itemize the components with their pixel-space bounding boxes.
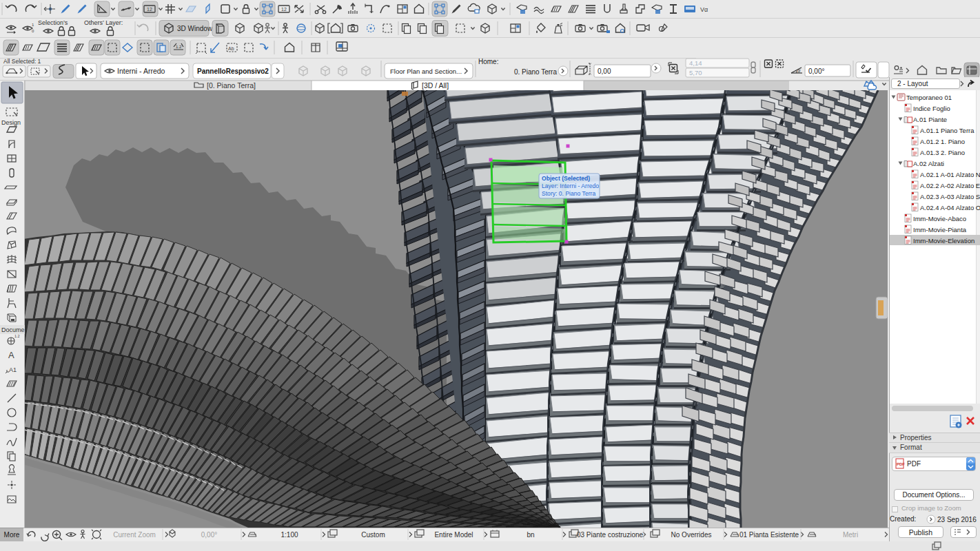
svg-text:Metri: Metri	[843, 531, 858, 539]
svg-text:Home:: Home:	[478, 58, 498, 65]
svg-text:1.2: 1.2	[14, 334, 20, 338]
svg-text:Selection’s: Selection’s	[38, 19, 68, 26]
svg-text:4,14: 4,14	[689, 59, 702, 67]
svg-text:0,00: 0,00	[598, 67, 611, 75]
svg-text:Object (Selected): Object (Selected)	[542, 175, 590, 182]
svg-text:Story: 0. Piano Terra: Story: 0. Piano Terra	[542, 190, 595, 197]
svg-text:Others’ Layer:: Others’ Layer:	[84, 19, 123, 26]
svg-text:12: 12	[147, 7, 152, 12]
svg-text:Vα: Vα	[700, 6, 708, 13]
svg-text:Layer: Interni - Arredo: Layer: Interni - Arredo	[542, 183, 599, 189]
svg-text:Imm-Movie-Abaco: Imm-Movie-Abaco	[913, 215, 966, 222]
svg-text:A.01.2 1. Piano: A.01.2 1. Piano	[920, 138, 965, 145]
svg-text:Interni - Arredo: Interni - Arredo	[117, 67, 165, 75]
svg-text:PDF: PDF	[897, 462, 905, 466]
svg-text:α: α	[797, 67, 801, 74]
svg-text:bn: bn	[527, 531, 534, 539]
svg-text:A.01.1 Piano Terra: A.01.1 Piano Terra	[920, 127, 974, 134]
svg-text:0,00°: 0,00°	[808, 67, 824, 75]
svg-text:Imm-Movie-Pianta: Imm-Movie-Pianta	[913, 226, 967, 233]
svg-text:0,00°: 0,00°	[201, 531, 217, 539]
svg-text:03 Piante costruzione: 03 Piante costruzione	[577, 531, 644, 539]
svg-text:A.02.1 A-01 Alzato No: A.02.1 A-01 Alzato No	[920, 171, 980, 178]
svg-text:A.02 Alzati: A.02 Alzati	[913, 160, 944, 167]
svg-text:A.02.2 A-02 Alzato Est: A.02.2 A-02 Alzato Est	[920, 182, 980, 189]
svg-text:No Overrides: No Overrides	[671, 531, 712, 539]
svg-text:01 Pianta Esistente: 01 Pianta Esistente	[739, 531, 799, 539]
svg-text:0. Piano Terra: 0. Piano Terra	[514, 68, 558, 76]
svg-text:A.02.4 A-04 Alzato Ov: A.02.4 A-04 Alzato Ov	[920, 204, 980, 211]
svg-text:Imm-Movie-Elevation: Imm-Movie-Elevation	[913, 237, 974, 245]
svg-text:[3D / All]: [3D / All]	[422, 81, 449, 90]
svg-text:12: 12	[281, 7, 287, 12]
svg-text:A.01.3 2. Piano: A.01.3 2. Piano	[920, 149, 965, 156]
svg-text:Current Zoom: Current Zoom	[113, 531, 156, 539]
svg-text:Floor Plan and Section...: Floor Plan and Section...	[390, 67, 462, 75]
svg-text:23 Sep 2016: 23 Sep 2016	[937, 516, 977, 523]
svg-text:Temporaneo 01: Temporaneo 01	[906, 94, 952, 101]
svg-text:PDF: PDF	[907, 460, 921, 468]
svg-text:A: A	[8, 350, 14, 360]
svg-text:Docume: Docume	[1, 326, 25, 333]
svg-text:Indice Foglio: Indice Foglio	[913, 105, 950, 112]
svg-text:1.2: 1.2	[176, 45, 182, 49]
svg-text:PannelloResponsivo2: PannelloResponsivo2	[197, 67, 269, 75]
svg-text:A.02.3 A-03 Alzato Su: A.02.3 A-03 Alzato Su	[920, 193, 980, 200]
svg-text:5,70: 5,70	[689, 69, 702, 76]
svg-text:Ab: Ab	[228, 46, 234, 51]
svg-text:3D Window: 3D Window	[177, 25, 213, 32]
svg-text:Entire Model: Entire Model	[434, 531, 473, 539]
svg-text:A.01 Piante: A.01 Piante	[913, 116, 947, 123]
svg-text:Design: Design	[1, 119, 21, 126]
svg-text:[0. Piano Terra]: [0. Piano Terra]	[207, 81, 256, 90]
svg-text:Custom: Custom	[361, 531, 385, 539]
svg-text:A1: A1	[9, 366, 17, 373]
svg-text:1:100: 1:100	[280, 531, 298, 539]
svg-text:All Selected: 1: All Selected: 1	[3, 58, 41, 65]
